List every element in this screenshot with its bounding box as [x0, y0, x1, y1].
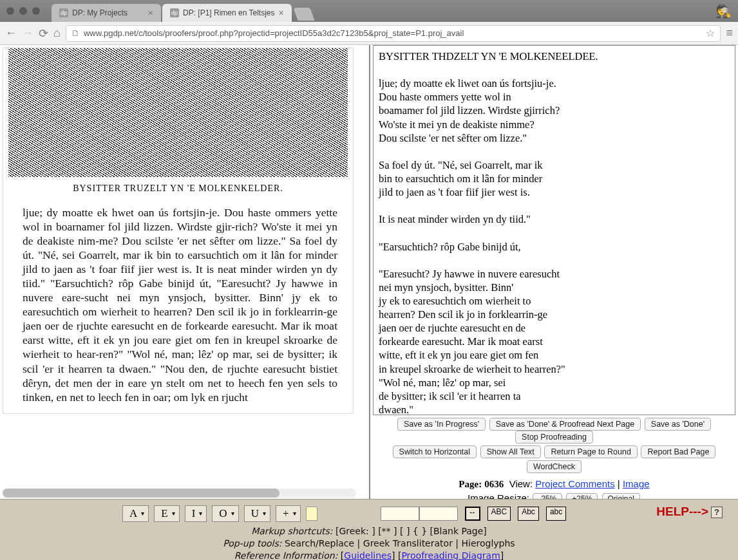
titlecase-button[interactable]: Abc	[518, 507, 539, 521]
swap-button[interactable]: ↔	[465, 507, 480, 521]
zoom-out-button[interactable]: -25%	[533, 493, 562, 499]
action-buttons: Save as 'In Progress' Save as 'Done' & P…	[373, 415, 735, 475]
image-link[interactable]: Image	[623, 478, 650, 489]
site-identity-icon: 🗋	[71, 28, 80, 38]
resize-label: Image Resize:	[468, 492, 529, 499]
browser-tab-1[interactable]: dp DP: My Projects ×	[52, 4, 161, 22]
browser-tabstrip: dp DP: My Projects × dp DP: [P1] Rimen e…	[0, 0, 738, 22]
browser-toolbar: ← → ⟳ ⌂ 🗋 www.pgdp.net/c/tools/proofers/…	[0, 22, 738, 45]
chevron-down-icon: ▾	[263, 510, 266, 517]
find-input[interactable]	[381, 507, 419, 521]
view-label: View:	[509, 478, 533, 489]
scan-pane: BYSITTER TRUZELT YN 'E MOLKENKELDER. lju…	[0, 45, 370, 499]
close-window-icon[interactable]	[6, 7, 14, 15]
switch-horizontal-button[interactable]: Switch to Horizontal	[393, 445, 477, 458]
incognito-icon: 🕵	[715, 3, 732, 19]
lowercase-button[interactable]: abc	[546, 507, 566, 521]
page-info: Page: 0636 View: Project Comments | Imag…	[373, 478, 735, 490]
chevron-down-icon: ▾	[172, 510, 175, 517]
close-icon[interactable]: ×	[279, 8, 284, 18]
save-done-button[interactable]: Save as 'Done'	[645, 418, 711, 431]
chevron-down-icon: ▾	[199, 510, 202, 517]
guidelines-link[interactable]: Guidelines	[344, 550, 392, 560]
favicon-icon: dp	[170, 8, 179, 17]
page-number: 0636	[484, 479, 504, 489]
char-select-U[interactable]: U▾	[244, 505, 270, 522]
bookmark-star-icon[interactable]: ☆	[706, 27, 715, 39]
chevron-down-icon: ▾	[141, 510, 144, 517]
char-select-A[interactable]: A▾	[122, 505, 149, 522]
illustration-caption: BYSITTER TRUZELT YN 'E MOLKENKELDER.	[3, 177, 353, 205]
highlight-swatch[interactable]	[306, 507, 317, 521]
help-icon: ?	[711, 507, 723, 518]
popup-label: Pop-up tools:	[223, 538, 281, 548]
wordcheck-button[interactable]: WordCheck	[527, 460, 582, 473]
help-link[interactable]: HELP--->?	[656, 505, 723, 519]
browser-tab-2[interactable]: dp DP: [P1] Rimen en Teltsjes ×	[162, 4, 292, 22]
uppercase-button[interactable]: ABC	[487, 507, 511, 521]
character-toolbar: A▾ E▾ I▾ O▾ U▾ +▾ ↔ ABC Abc abc HELP--->…	[0, 499, 738, 560]
separator: |	[618, 478, 623, 489]
menu-button[interactable]: ≡	[726, 26, 733, 40]
zoom-in-button[interactable]: +25%	[566, 493, 598, 499]
minimize-window-icon[interactable]	[19, 7, 27, 15]
back-button[interactable]: ←	[5, 26, 17, 40]
page-illustration	[8, 48, 348, 177]
close-icon[interactable]: ×	[148, 8, 153, 18]
forward-button: →	[22, 26, 33, 40]
show-all-text-button[interactable]: Show All Text	[480, 445, 541, 458]
window-controls	[6, 7, 40, 15]
char-select-plus[interactable]: +▾	[276, 505, 301, 522]
editor-pane: BYSITTER THDZELT YN 'E MOLKENEELDEE. lju…	[370, 45, 738, 499]
markup-items[interactable]: [Greek: ] [** ] [ ] { } [Blank Page]	[336, 526, 487, 536]
favicon-icon: dp	[59, 8, 68, 17]
address-bar[interactable]: 🗋 www.pgdp.net/c/tools/proofers/proof.ph…	[66, 25, 721, 42]
page-label: Page:	[459, 479, 482, 489]
save-in-progress-button[interactable]: Save as 'In Progress'	[397, 418, 486, 431]
proofreading-textarea[interactable]: BYSITTER THDZELT YN 'E MOLKENEELDEE. lju…	[373, 45, 735, 415]
stop-proofreading-button[interactable]: Stop Proofreading	[515, 431, 593, 443]
url-text: www.pgdp.net/c/tools/proofers/proof.php?…	[84, 28, 464, 38]
new-tab-button[interactable]	[293, 8, 314, 21]
zoom-original-button[interactable]: Original	[602, 493, 640, 499]
tab-title: DP: [P1] Rimen en Teltsjes	[183, 8, 275, 17]
replace-input[interactable]	[419, 507, 458, 521]
reference-label: Reference Information:	[234, 550, 338, 560]
save-done-next-button[interactable]: Save as 'Done' & Proofread Next Page	[489, 418, 641, 431]
chevron-down-icon: ▾	[293, 510, 296, 517]
chevron-down-icon: ▾	[231, 510, 234, 517]
char-select-I[interactable]: I▾	[185, 505, 207, 522]
popup-items[interactable]: Search/Replace | Greek Transliterator | …	[285, 538, 515, 548]
return-page-button[interactable]: Return Page to Round	[544, 445, 637, 458]
home-button[interactable]: ⌂	[53, 26, 61, 40]
scanned-text: ljue; dy moatte ek hwet oan ús fortsjin-…	[3, 205, 353, 413]
markup-label: Markup shortcuts:	[251, 526, 332, 536]
horizontal-scrollbar[interactable]	[3, 489, 356, 498]
diagram-link[interactable]: Proofreading Diagram	[401, 550, 500, 560]
project-comments-link[interactable]: Project Comments	[535, 478, 614, 489]
char-select-E[interactable]: E▾	[154, 505, 179, 522]
tab-title: DP: My Projects	[72, 8, 128, 17]
zoom-window-icon[interactable]	[32, 7, 40, 15]
char-select-O[interactable]: O▾	[212, 505, 238, 522]
report-bad-page-button[interactable]: Report Bad Page	[641, 445, 715, 458]
reload-button[interactable]: ⟳	[39, 26, 48, 41]
